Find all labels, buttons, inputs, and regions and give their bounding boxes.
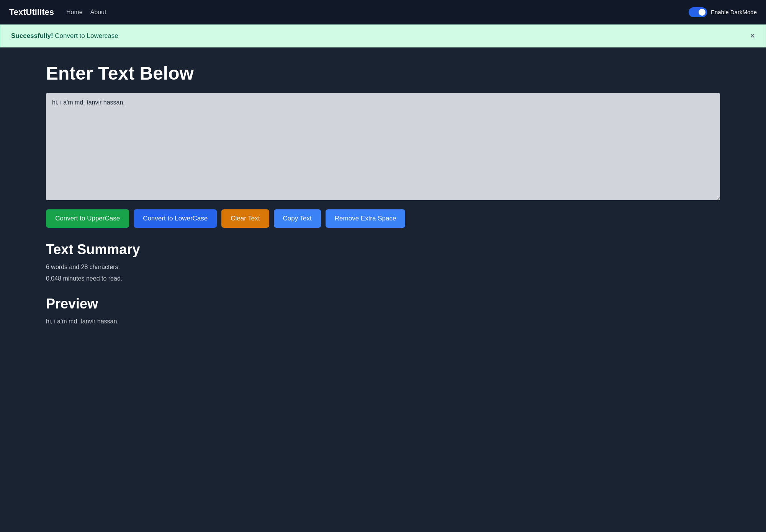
alert-close-button[interactable]: ×: [750, 32, 755, 40]
navbar: TextUtilites Home About Enable DarkMode: [0, 0, 766, 24]
navbar-right: Enable DarkMode: [689, 7, 757, 17]
words-chars-text: 6 words and 28 characters.: [46, 264, 720, 271]
read-time-text: 0.048 minutes need to read.: [46, 275, 720, 282]
copy-button[interactable]: Copy Text: [274, 209, 321, 228]
navbar-links: Home About: [66, 9, 106, 16]
darkmode-label: Enable DarkMode: [711, 9, 757, 15]
page-title: Enter Text Below: [46, 63, 720, 84]
uppercase-button[interactable]: Convert to UpperCase: [46, 209, 129, 228]
home-link[interactable]: Home: [66, 9, 83, 16]
navbar-left: TextUtilites Home About: [9, 7, 106, 17]
main-content: Enter Text Below hi, i a'm md. tanvir ha…: [0, 47, 766, 340]
alert-prefix: Successfully!: [11, 32, 53, 39]
preview-text: hi, i a'm md. tanvir hassan.: [46, 318, 720, 325]
darkmode-toggle[interactable]: [689, 7, 707, 17]
brand-logo: TextUtilites: [9, 7, 54, 17]
preview-title: Preview: [46, 296, 720, 312]
toggle-slider: [689, 7, 707, 17]
alert-message: Convert to Lowercase: [55, 32, 118, 39]
alert-text: Successfully! Convert to Lowercase: [11, 32, 118, 40]
button-row: Convert to UpperCase Convert to LowerCas…: [46, 209, 720, 228]
about-link[interactable]: About: [90, 9, 106, 16]
text-input[interactable]: hi, i a'm md. tanvir hassan.: [46, 93, 720, 200]
summary-title: Text Summary: [46, 242, 720, 258]
alert-banner: Successfully! Convert to Lowercase ×: [0, 24, 766, 47]
remove-space-button[interactable]: Remove Extra Space: [326, 209, 406, 228]
clear-button[interactable]: Clear Text: [221, 209, 269, 228]
lowercase-button[interactable]: Convert to LowerCase: [134, 209, 217, 228]
